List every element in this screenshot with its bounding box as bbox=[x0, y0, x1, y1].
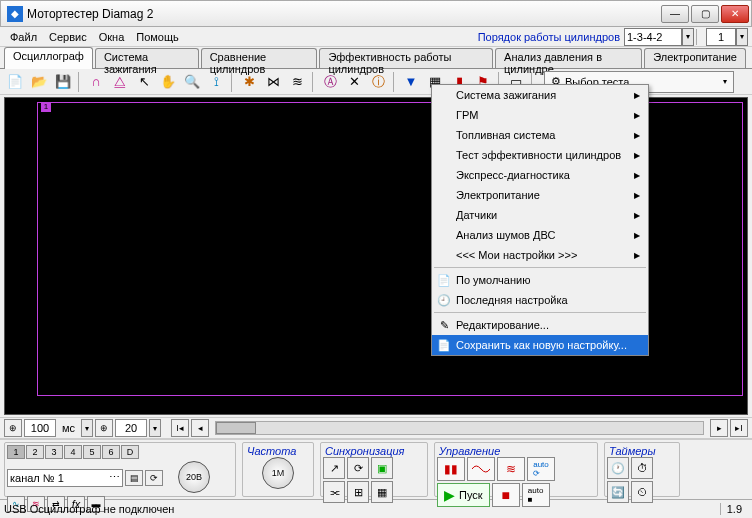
menu-grm[interactable]: ГРМ▶ bbox=[432, 105, 648, 125]
channel-options-2[interactable]: ⟳ bbox=[145, 470, 163, 486]
tab-cylinder-compare[interactable]: Сравнение цилиндров bbox=[201, 48, 318, 68]
menubar: Файл Сервис Окна Помощь Порядок работы ц… bbox=[0, 27, 752, 47]
firing-order-input[interactable] bbox=[624, 28, 682, 46]
channel-tab-2[interactable]: 2 bbox=[26, 445, 44, 459]
menu-express-diagnostics[interactable]: Экспресс-диагностика▶ bbox=[432, 165, 648, 185]
menu-edit[interactable]: ✎Редактирование... bbox=[432, 315, 648, 335]
tabbar: Осциллограф Система зажигания Сравнение … bbox=[0, 47, 752, 69]
menu-sensors[interactable]: Датчики▶ bbox=[432, 205, 648, 225]
menu-windows[interactable]: Окна bbox=[93, 29, 131, 45]
sync-mode-5[interactable]: ⊞ bbox=[347, 481, 369, 503]
menu-fuel-system[interactable]: Топливная система▶ bbox=[432, 125, 648, 145]
zoom-icon[interactable]: 🔍 bbox=[181, 71, 203, 93]
channel-name-label: канал № 1 bbox=[10, 472, 64, 484]
time-unit: мс bbox=[58, 422, 79, 434]
cylinder-count-spinner[interactable]: ▾ bbox=[736, 28, 748, 46]
info-0-icon[interactable]: ⓘ bbox=[367, 71, 389, 93]
menu-last-setting[interactable]: 🕘Последняя настройка bbox=[432, 290, 648, 310]
zoom-button[interactable]: ⊕ bbox=[4, 419, 22, 437]
menu-service[interactable]: Сервис bbox=[43, 29, 93, 45]
channel-options-1[interactable]: ▤ bbox=[125, 470, 143, 486]
menu-file[interactable]: Файл bbox=[4, 29, 43, 45]
wave-mode-2[interactable]: ≋ bbox=[497, 457, 525, 481]
voltage-dial[interactable]: 20В bbox=[165, 461, 223, 494]
timer-2[interactable]: ⏱ bbox=[631, 457, 653, 479]
menu-engine-noise[interactable]: Анализ шумов ДВС▶ bbox=[432, 225, 648, 245]
maximize-button[interactable]: ▢ bbox=[691, 5, 719, 23]
headphones-icon[interactable]: ∩ bbox=[85, 71, 107, 93]
menu-default[interactable]: 📄По умолчанию bbox=[432, 270, 648, 290]
div-value-input[interactable] bbox=[115, 419, 147, 437]
timer-1[interactable]: 🕐 bbox=[607, 457, 629, 479]
close-button[interactable]: ✕ bbox=[721, 5, 749, 23]
raster-mode-icon[interactable]: ≋ bbox=[286, 71, 308, 93]
nav-next[interactable]: ▸ bbox=[710, 419, 728, 437]
sync-mode-6[interactable]: ▦ bbox=[371, 481, 393, 503]
recent-icon: 🕘 bbox=[436, 294, 452, 307]
time-spinner[interactable]: ▾ bbox=[81, 419, 93, 437]
tab-power-supply[interactable]: Электропитание bbox=[644, 48, 746, 68]
menu-my-settings[interactable]: <<< Мои настройки >>>▶ bbox=[432, 245, 648, 265]
sync-mode-2[interactable]: ⟳ bbox=[347, 457, 369, 479]
test-select-menu: Система зажигания▶ ГРМ▶ Топливная систем… bbox=[431, 84, 649, 356]
channel-tab-6[interactable]: 6 bbox=[102, 445, 120, 459]
menu-help[interactable]: Помощь bbox=[130, 29, 185, 45]
nav-last[interactable]: ▸I bbox=[730, 419, 748, 437]
bell-icon[interactable]: ⧋ bbox=[109, 71, 131, 93]
div-toggle[interactable]: ⊕ bbox=[95, 419, 113, 437]
div-spinner[interactable]: ▾ bbox=[149, 419, 161, 437]
channel-tab-d[interactable]: D bbox=[121, 445, 139, 459]
firing-order-dropdown[interactable]: ▾ bbox=[682, 28, 694, 46]
filter-icon[interactable]: ▼ bbox=[400, 71, 422, 93]
frequency-dial[interactable]: 1M bbox=[245, 457, 311, 490]
minimize-button[interactable]: — bbox=[661, 5, 689, 23]
cursor-arrow-icon[interactable]: ↖ bbox=[133, 71, 155, 93]
channel-tab-3[interactable]: 3 bbox=[45, 445, 63, 459]
cylinder-count-input[interactable] bbox=[706, 28, 736, 46]
menu-ignition-system[interactable]: Система зажигания▶ bbox=[432, 85, 648, 105]
auto-mode[interactable]: auto⟳ bbox=[527, 457, 555, 481]
measure-icon[interactable]: ⟟ bbox=[205, 71, 227, 93]
tab-ignition[interactable]: Система зажигания bbox=[95, 48, 199, 68]
tab-pressure-analysis[interactable]: Анализ давления в цилиндре bbox=[495, 48, 642, 68]
pan-hand-icon[interactable]: ✋ bbox=[157, 71, 179, 93]
frequency-label: Частота bbox=[245, 445, 311, 457]
sync-mode-4[interactable]: ⫘ bbox=[323, 481, 345, 503]
timer-3[interactable]: 🔄 bbox=[607, 481, 629, 503]
new-file-icon[interactable]: 📄 bbox=[4, 71, 26, 93]
ruler-a-icon[interactable]: Ⓐ bbox=[319, 71, 341, 93]
open-file-icon[interactable]: 📂 bbox=[28, 71, 50, 93]
overlay-mode-icon[interactable]: ✱ bbox=[238, 71, 260, 93]
statusbar: USB Осциллограф не подключен 1.9 bbox=[0, 499, 752, 517]
nav-prev[interactable]: ◂ bbox=[191, 419, 209, 437]
time-scrollbar[interactable] bbox=[215, 421, 704, 435]
control-group: Управление ▮▮ ≋ auto⟳ ▶Пуск ■ auto■ bbox=[434, 442, 598, 497]
time-value-input[interactable] bbox=[24, 419, 56, 437]
wave-mode-1[interactable] bbox=[467, 457, 495, 481]
record-button[interactable]: ▮▮ bbox=[437, 457, 465, 481]
titlebar: ◆ Мотортестер Diamag 2 — ▢ ✕ bbox=[0, 0, 752, 27]
tab-cylinder-efficiency[interactable]: Эффективность работы цилиндров bbox=[319, 48, 493, 68]
timer-4[interactable]: ⏲ bbox=[631, 481, 653, 503]
timers-label: Таймеры bbox=[607, 445, 677, 457]
document-icon: 📄 bbox=[436, 274, 452, 287]
parade-mode-icon[interactable]: ⋈ bbox=[262, 71, 284, 93]
menu-cyl-efficiency-test[interactable]: Тест эффективности цилиндров▶ bbox=[432, 145, 648, 165]
version-label: 1.9 bbox=[720, 503, 748, 515]
save-file-icon[interactable]: 💾 bbox=[52, 71, 74, 93]
channel-tab-4[interactable]: 4 bbox=[64, 445, 82, 459]
timebar: ⊕ мс ▾ ⊕ ▾ I◂ ◂ ▸ ▸I bbox=[0, 417, 752, 439]
sync-mode-3[interactable]: ▣ bbox=[371, 457, 393, 479]
menu-power-supply[interactable]: Электропитание▶ bbox=[432, 185, 648, 205]
channel-marker[interactable]: 1 bbox=[41, 102, 51, 112]
firing-order-label: Порядок работы цилиндров bbox=[478, 31, 620, 43]
nav-first[interactable]: I◂ bbox=[171, 419, 189, 437]
ruler-x-icon[interactable]: ✕ bbox=[343, 71, 365, 93]
sync-mode-1[interactable]: ↗ bbox=[323, 457, 345, 479]
channel-tab-5[interactable]: 5 bbox=[83, 445, 101, 459]
menu-save-as-new[interactable]: 📄Сохранить как новую настройку... bbox=[432, 335, 648, 355]
channel-name-select[interactable]: канал № 1 ⋯ bbox=[7, 469, 123, 487]
app-icon: ◆ bbox=[7, 6, 23, 22]
channel-tab-1[interactable]: 1 bbox=[7, 445, 25, 459]
tab-oscilloscope[interactable]: Осциллограф bbox=[4, 47, 93, 69]
